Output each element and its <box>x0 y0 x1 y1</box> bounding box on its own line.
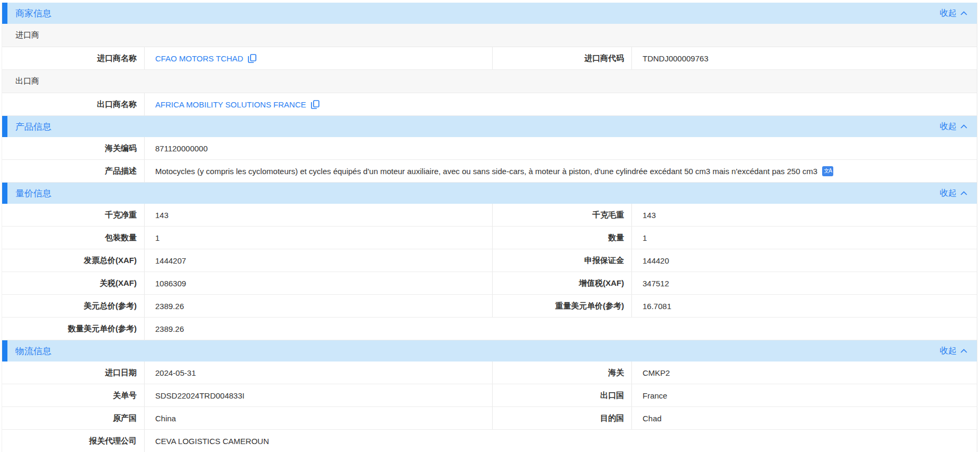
subheader-exporter-label: 出口商 <box>15 76 39 86</box>
section-accent-bar <box>2 3 7 24</box>
net-weight-value: 143 <box>145 204 492 226</box>
importer-name-label: 进口商名称 <box>2 47 145 69</box>
usd-unit-quantity-label: 数量美元单价(参考) <box>2 318 145 340</box>
exporter-name-cell: AFRICA MOBILITY SOLUTIONS FRANCE <box>145 93 977 115</box>
customs-broker-label: 报关代理公司 <box>2 430 145 452</box>
row-package-quantity: 包装数量 1 数量 1 <box>2 227 977 249</box>
import-date-value: 2024-05-31 <box>145 361 492 384</box>
section-title-quantity-price: 量价信息 <box>15 187 51 200</box>
origin-country-label: 原产国 <box>2 407 145 429</box>
usd-unit-weight-value: 16.7081 <box>632 295 977 317</box>
row-import-date: 进口日期 2024-05-31 海关 CMKP2 <box>2 361 977 384</box>
row-customs-broker: 报关代理公司 CEVA LOGISTICS CAMEROUN <box>2 430 977 452</box>
translate-icon[interactable]: 文A <box>822 166 833 176</box>
importer-name-text: CFAO MOTORS TCHAD <box>155 54 243 63</box>
importer-code-label: 进口商代码 <box>492 47 632 69</box>
subheader-importer: 进口商 <box>2 24 977 47</box>
usd-unit-weight-label: 重量美元单价(参考) <box>492 295 632 317</box>
quantity-label: 数量 <box>492 227 632 249</box>
row-importer: 进口商名称 CFAO MOTORS TCHAD 进口商代码 TDNDJ00000… <box>2 47 977 70</box>
quantity-value: 1 <box>632 227 977 249</box>
net-weight-label: 千克净重 <box>2 204 145 226</box>
importer-name-link[interactable]: CFAO MOTORS TCHAD <box>155 54 256 63</box>
row-product-description: 产品描述 Motocycles (y compris les cyclomote… <box>2 160 977 183</box>
section-header-product: 产品信息 收起 <box>2 116 977 137</box>
chevron-up-icon <box>960 191 967 195</box>
section-header-quantity-price: 量价信息 收起 <box>2 183 977 204</box>
row-origin-country: 原产国 China 目的国 Chad <box>2 407 977 430</box>
declaration-number-label: 关单号 <box>2 384 145 406</box>
copy-icon[interactable] <box>311 100 319 109</box>
section-title-logistics: 物流信息 <box>15 345 51 357</box>
usd-unit-quantity-value: 2389.26 <box>145 318 977 340</box>
chevron-up-icon <box>960 349 967 353</box>
declaration-number-value: SDSD22024TRD004833I <box>145 384 492 406</box>
collapse-label: 收起 <box>940 121 957 132</box>
section-accent-bar <box>2 183 7 204</box>
exporter-name-label: 出口商名称 <box>2 93 145 115</box>
export-country-value: France <box>632 384 977 406</box>
invoice-total-label: 发票总价(XAF) <box>2 249 145 272</box>
product-description-label: 产品描述 <box>2 160 145 182</box>
chevron-up-icon <box>960 11 967 15</box>
collapse-button-quantity-price[interactable]: 收起 <box>940 188 967 199</box>
row-usd-total: 美元总价(参考) 2389.26 重量美元单价(参考) 16.7081 <box>2 295 977 318</box>
package-quantity-value: 1 <box>145 227 492 249</box>
tariff-value: 1086309 <box>145 272 492 294</box>
customs-broker-value: CEVA LOGISTICS CAMEROUN <box>145 430 977 452</box>
importer-code-value: TDNDJ000009763 <box>632 47 977 69</box>
importer-name-cell: CFAO MOTORS TCHAD <box>145 47 492 69</box>
gross-weight-label: 千克毛重 <box>492 204 632 226</box>
collapse-label: 收起 <box>940 346 957 357</box>
declared-deposit-value: 144420 <box>632 249 977 272</box>
row-invoice-total: 发票总价(XAF) 1444207 申报保证金 144420 <box>2 249 977 272</box>
destination-country-value: Chad <box>632 407 977 429</box>
section-accent-bar <box>2 116 7 137</box>
subheader-importer-label: 进口商 <box>15 30 39 40</box>
section-accent-bar <box>2 340 7 361</box>
origin-country-value: China <box>145 407 492 429</box>
section-header-logistics: 物流信息 收起 <box>2 340 977 361</box>
destination-country-label: 目的国 <box>492 407 632 429</box>
declared-deposit-label: 申报保证金 <box>492 249 632 272</box>
row-tariff: 关税(XAF) 1086309 增值税(XAF) 347512 <box>2 272 977 295</box>
trade-record-detail: 商家信息 收起 进口商 进口商名称 CFAO MOTORS TCHAD 进口商代… <box>2 3 977 452</box>
chevron-up-icon <box>960 124 967 129</box>
copy-icon[interactable] <box>248 54 256 63</box>
hs-code-value: 871120000000 <box>145 137 977 159</box>
subheader-exporter: 出口商 <box>2 70 977 93</box>
collapse-button-logistics[interactable]: 收起 <box>940 346 967 357</box>
vat-value: 347512 <box>632 272 977 294</box>
export-country-label: 出口国 <box>492 384 632 406</box>
exporter-name-link[interactable]: AFRICA MOBILITY SOLUTIONS FRANCE <box>155 100 319 109</box>
collapse-button-merchant[interactable]: 收起 <box>940 8 967 19</box>
gross-weight-value: 143 <box>632 204 977 226</box>
section-title-product: 产品信息 <box>15 121 51 133</box>
collapse-label: 收起 <box>940 8 957 19</box>
vat-label: 增值税(XAF) <box>492 272 632 294</box>
usd-total-label: 美元总价(参考) <box>2 295 145 317</box>
customs-label: 海关 <box>492 361 632 384</box>
package-quantity-label: 包装数量 <box>2 227 145 249</box>
customs-value: CMKP2 <box>632 361 977 384</box>
collapse-label: 收起 <box>940 188 957 199</box>
row-exporter: 出口商名称 AFRICA MOBILITY SOLUTIONS FRANCE <box>2 93 977 116</box>
collapse-button-product[interactable]: 收起 <box>940 121 967 132</box>
hs-code-label: 海关编码 <box>2 137 145 159</box>
row-net-weight: 千克净重 143 千克毛重 143 <box>2 204 977 227</box>
row-declaration-number: 关单号 SDSD22024TRD004833I 出口国 France <box>2 384 977 407</box>
row-hs-code: 海关编码 871120000000 <box>2 137 977 160</box>
invoice-total-value: 1444207 <box>145 249 492 272</box>
section-title-merchant: 商家信息 <box>15 7 51 20</box>
tariff-label: 关税(XAF) <box>2 272 145 294</box>
exporter-name-text: AFRICA MOBILITY SOLUTIONS FRANCE <box>155 100 306 109</box>
usd-total-value: 2389.26 <box>145 295 492 317</box>
section-header-merchant: 商家信息 收起 <box>2 3 977 24</box>
import-date-label: 进口日期 <box>2 361 145 384</box>
row-usd-unit-quantity: 数量美元单价(参考) 2389.26 <box>2 318 977 340</box>
product-description-cell: Motocycles (y compris les cyclomoteurs) … <box>145 160 977 182</box>
product-description-text: Motocycles (y compris les cyclomoteurs) … <box>155 167 817 176</box>
